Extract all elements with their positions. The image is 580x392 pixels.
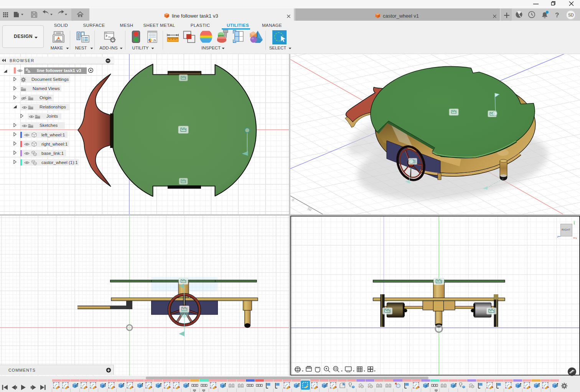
svg-text:SD: SD [568,13,574,17]
svg-text:Z: Z [557,236,559,238]
svg-text:?: ? [555,11,559,19]
svg-text:Y: Y [573,220,575,223]
svg-text:X: X [576,237,577,239]
